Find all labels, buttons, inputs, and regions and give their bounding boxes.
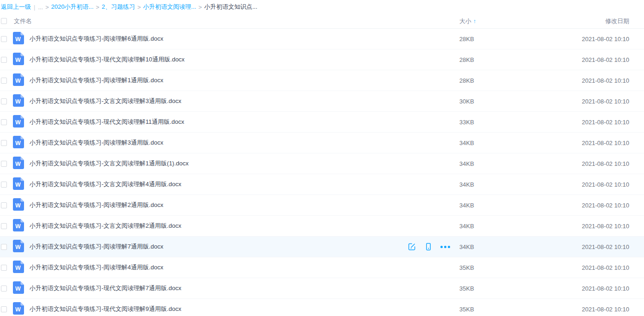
send-to-phone-icon[interactable] [424,243,433,251]
word-doc-icon: W [13,219,24,233]
file-size: 34KB [459,181,474,188]
row-checkbox[interactable] [1,119,7,125]
file-modified-date: 2021-08-02 10:10 [582,306,629,313]
file-name[interactable]: 小升初语文知识点专项练习-文言文阅读理解2通用版.docx [30,222,181,230]
file-row[interactable]: W 小升初语文知识点专项练习-文言文阅读理解3通用版.docx [0,91,644,112]
file-name[interactable]: 小升初语文知识点专项练习-现代文阅读理解9通用版.docx [30,305,181,313]
breadcrumb-ellipsis[interactable]: ... [38,4,43,11]
row-checkbox[interactable] [1,182,7,188]
file-name[interactable]: 小升初语文知识点专项练习-现代文阅读理解7通用版.docx [30,284,181,292]
file-modified-date: 2021-08-02 10:10 [582,140,629,146]
row-checkbox[interactable] [1,306,7,312]
file-name[interactable]: 小升初语文知识点专项练习-阅读理解7通用版.docx [30,243,163,251]
svg-text:W: W [15,36,21,43]
file-name[interactable]: 小升初语文知识点专项练习-阅读理解6通用版.docx [30,35,163,43]
svg-text:W: W [15,78,21,84]
file-row[interactable]: W 小升初语文知识点专项练习-阅读理解7通用版.docx [0,237,644,257]
svg-text:W: W [15,161,21,167]
file-size: 30KB [459,98,474,105]
file-modified-date: 2021-08-02 10:10 [582,119,629,126]
file-row[interactable]: W 小升初语文知识点专项练习-阅读理解1通用版.docx [0,70,644,91]
breadcrumb-current-folder: 小升初语文知识点... [204,3,257,11]
file-row[interactable]: W 小升初语文知识点专项练习-阅读理解6通用版.docx [0,29,644,49]
file-row[interactable]: W 小升初语文知识点专项练习-文言文阅读理解4通用版.docx [0,174,644,195]
file-modified-date: 2021-08-02 10:10 [582,243,629,250]
breadcrumb-separator: > [199,4,202,11]
file-name[interactable]: 小升初语文知识点专项练习-阅读理解1通用版.docx [30,76,163,85]
file-modified-date: 2021-08-02 10:10 [582,36,629,43]
file-name[interactable]: 小升初语文知识点专项练习-现代文阅读理解11通用版.docx [30,118,184,126]
breadcrumb-back-link[interactable]: 返回上一级 [1,3,31,11]
file-size: 34KB [459,243,474,250]
file-modified-date: 2021-08-02 10:10 [582,98,629,105]
breadcrumb-link-3[interactable]: 小升初语文阅读理... [143,3,196,11]
select-all-checkbox[interactable] [1,18,7,24]
file-row[interactable]: W 小升初语文知识点专项练习-阅读理解3通用版.docx [0,133,644,153]
file-name[interactable]: 小升初语文知识点专项练习-阅读理解4通用版.docx [30,263,163,272]
row-checkbox[interactable] [1,161,7,167]
file-size: 28KB [459,77,474,84]
file-modified-date: 2021-08-02 10:10 [582,202,629,209]
file-name[interactable]: 小升初语文知识点专项练习-阅读理解3通用版.docx [30,139,163,147]
word-doc-icon: W [13,73,24,87]
row-checkbox[interactable] [1,244,7,250]
column-header-size[interactable]: 大小 ↑ [459,17,512,25]
breadcrumb-link-1[interactable]: 2020小升初语... [51,3,94,11]
svg-text:W: W [15,57,21,63]
edit-icon[interactable] [408,243,416,251]
file-modified-date: 2021-08-02 10:10 [582,264,629,271]
file-modified-date: 2021-08-02 10:10 [582,285,629,292]
row-checkbox[interactable] [1,265,7,271]
row-checkbox[interactable] [1,286,7,292]
svg-text:W: W [15,265,21,271]
file-row[interactable]: W 小升初语文知识点专项练习-现代文阅读理解10通用版.docx [0,49,644,70]
file-name[interactable]: 小升初语文知识点专项练习-现代文阅读理解10通用版.docx [30,55,185,64]
file-list: W 小升初语文知识点专项练习-阅读理解6通用版.docx [0,29,644,316]
row-checkbox[interactable] [1,36,7,42]
file-modified-date: 2021-08-02 10:10 [582,160,629,167]
file-row[interactable]: W 小升初语文知识点专项练习-阅读理解2通用版.docx [0,195,644,216]
file-row[interactable]: W 小升初语文知识点专项练习-文言文阅读理解1通用版(1).docx [0,153,644,174]
file-size: 28KB [459,36,474,43]
svg-text:W: W [15,98,21,105]
breadcrumb-separator: > [96,4,100,11]
sort-ascending-icon: ↑ [473,18,476,24]
row-checkbox[interactable] [1,57,7,63]
file-row[interactable]: W 小升初语文知识点专项练习-现代文阅读理解7通用版.docx [0,278,644,299]
file-size: 28KB [459,56,474,63]
file-modified-date: 2021-08-02 10:10 [582,223,629,230]
word-doc-icon: W [13,94,24,108]
file-row[interactable]: W 小升初语文知识点专项练习-现代文阅读理解9通用版.docx [0,299,644,316]
file-name[interactable]: 小升初语文知识点专项练习-文言文阅读理解1通用版(1).docx [30,159,189,168]
svg-text:W: W [15,182,21,188]
svg-text:W: W [15,119,21,126]
word-doc-icon: W [13,32,24,46]
file-size: 34KB [459,223,474,230]
more-icon[interactable] [441,243,449,251]
file-row[interactable]: W 小升初语文知识点专项练习-现代文阅读理解11通用版.docx [0,112,644,133]
column-header-date[interactable]: 修改日期 [512,17,644,25]
file-size: 35KB [459,285,474,292]
row-checkbox[interactable] [1,140,7,146]
file-name[interactable]: 小升初语文知识点专项练习-文言文阅读理解4通用版.docx [30,180,181,188]
breadcrumb-separator: > [137,4,141,11]
row-checkbox[interactable] [1,78,7,84]
file-name[interactable]: 小升初语文知识点专项练习-文言文阅读理解3通用版.docx [30,97,181,105]
file-modified-date: 2021-08-02 10:10 [582,181,629,188]
column-header-filename[interactable]: 文件名 [13,17,459,25]
file-row[interactable]: W 小升初语文知识点专项练习-文言文阅读理解2通用版.docx [0,216,644,237]
row-checkbox[interactable] [1,202,7,208]
file-size: 35KB [459,264,474,271]
row-checkbox[interactable] [1,98,7,104]
row-checkbox[interactable] [1,223,7,229]
file-list-header: 文件名 大小 ↑ 修改日期 [0,14,644,29]
file-name[interactable]: 小升初语文知识点专项练习-阅读理解2通用版.docx [30,201,163,209]
breadcrumb-link-2[interactable]: 2、习题练习 [102,3,135,11]
file-size: 34KB [459,160,474,167]
word-doc-icon: W [13,157,24,170]
file-row[interactable]: W 小升初语文知识点专项练习-阅读理解4通用版.docx [0,257,644,278]
breadcrumb-pipe-divider: | [34,4,35,11]
word-doc-icon: W [13,281,24,295]
row-action-bar [408,243,459,251]
svg-text:W: W [15,286,21,292]
